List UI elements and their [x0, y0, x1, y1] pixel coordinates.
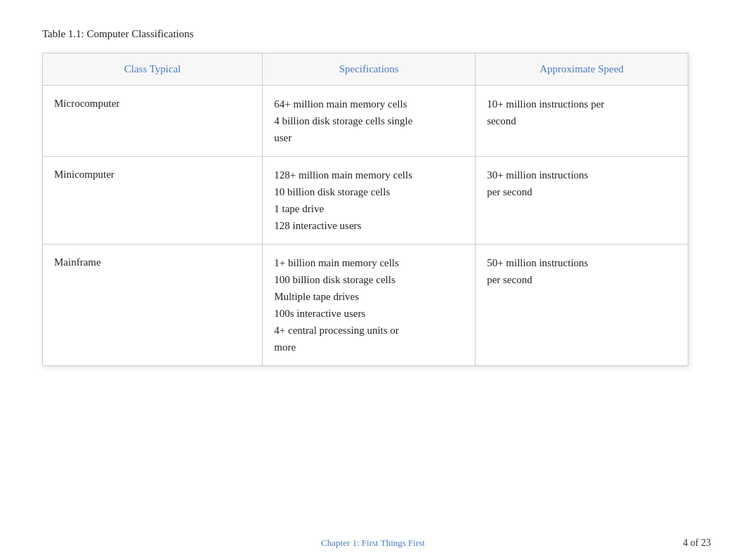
classifications-table: Class Typical Specifications Approximate…	[42, 53, 688, 366]
speed-line: 50+ million instructions	[487, 254, 676, 271]
spec-line: 4+ central processing units or	[274, 322, 464, 339]
table-row: Minicomputer128+ million main memory cel…	[43, 157, 688, 245]
spec-line: 4 billion disk storage cells single	[274, 112, 464, 129]
spec-line: 1 tape drive	[274, 200, 464, 217]
speed-line: 10+ million instructions per	[487, 96, 676, 112]
spec-line: 1+ billion main memory cells	[274, 254, 464, 271]
cell-class-1: Minicomputer	[43, 157, 263, 245]
header-specifications: Specifications	[263, 53, 476, 86]
header-class: Class Typical	[43, 53, 263, 86]
speed-line: second	[487, 112, 676, 129]
spec-line: 128 interactive users	[274, 217, 464, 234]
cell-spec-0: 64+ million main memory cells4 billion d…	[263, 86, 476, 157]
cell-class-0: Microcomputer	[43, 86, 263, 157]
cell-spec-1: 128+ million main memory cells10 billion…	[263, 157, 476, 245]
cell-spec-2: 1+ billion main memory cells100 billion …	[263, 245, 476, 366]
cell-speed-1: 30+ million instructionsper second	[476, 157, 688, 245]
cell-speed-0: 10+ million instructions persecond	[476, 86, 688, 157]
table-row: Mainframe1+ billion main memory cells100…	[43, 245, 688, 366]
speed-line: per second	[487, 183, 676, 200]
footer-chapter: Chapter 1: First Things First	[321, 538, 425, 549]
spec-line: 64+ million main memory cells	[274, 96, 464, 112]
table-title: Table 1.1: Computer Classifications	[42, 28, 704, 40]
spec-line: 100s interactive users	[274, 305, 464, 322]
speed-line: 30+ million instructions	[487, 167, 676, 183]
header-speed: Approximate Speed	[476, 53, 688, 86]
footer: Chapter 1: First Things First	[0, 538, 746, 549]
spec-line: user	[274, 129, 464, 146]
spec-line: Multiple tape drives	[274, 288, 464, 305]
table-row: Microcomputer64+ million main memory cel…	[43, 86, 688, 157]
speed-line: per second	[487, 271, 676, 288]
spec-line: more	[274, 339, 464, 356]
spec-line: 100 billion disk storage cells	[274, 271, 464, 288]
cell-class-2: Mainframe	[43, 245, 263, 366]
cell-speed-2: 50+ million instructionsper second	[476, 245, 688, 366]
page-content: Table 1.1: Computer Classifications Clas…	[0, 0, 746, 408]
footer-page: 4 of 23	[683, 538, 711, 549]
spec-line: 10 billion disk storage cells	[274, 183, 464, 200]
spec-line: 128+ million main memory cells	[274, 167, 464, 183]
